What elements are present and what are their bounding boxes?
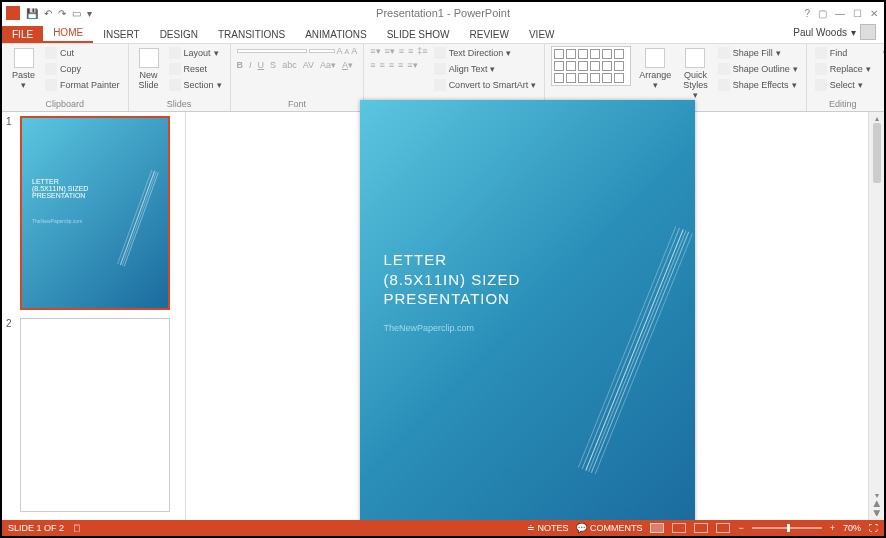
shape-fill-button[interactable]: Shape Fill▾	[716, 46, 800, 60]
convert-smartart-button[interactable]: Convert to SmartArt▾	[432, 78, 539, 92]
spell-check-icon[interactable]: ⎕	[74, 523, 79, 533]
italic-button[interactable]: I	[249, 60, 252, 70]
arrange-button[interactable]: Arrange▾	[635, 46, 675, 92]
underline-button[interactable]: U	[258, 60, 265, 70]
tab-review[interactable]: REVIEW	[459, 26, 518, 43]
tab-home[interactable]: HOME	[43, 24, 93, 43]
prev-slide-icon[interactable]: ⯅	[873, 500, 881, 509]
redo-icon[interactable]: ↷	[58, 8, 66, 19]
close-icon[interactable]: ✕	[870, 8, 878, 19]
reset-button[interactable]: Reset	[167, 62, 224, 76]
maximize-icon[interactable]: ☐	[853, 8, 862, 19]
tab-view[interactable]: VIEW	[519, 26, 565, 43]
columns-button[interactable]: ≡▾	[407, 60, 417, 70]
layout-button[interactable]: Layout▾	[167, 46, 224, 60]
increase-indent-button[interactable]: ≡	[408, 46, 413, 56]
replace-icon	[815, 63, 827, 75]
align-text-button[interactable]: Align Text▾	[432, 62, 539, 76]
scroll-up-icon[interactable]: ▴	[875, 114, 879, 123]
group-label: Font	[237, 99, 358, 109]
brush-icon	[45, 79, 57, 91]
slide-counter[interactable]: SLIDE 1 OF 2	[8, 523, 64, 533]
save-icon[interactable]: 💾	[26, 8, 38, 19]
shapes-gallery[interactable]	[551, 46, 631, 86]
clear-formatting-icon[interactable]: A	[351, 46, 357, 56]
tab-insert[interactable]: INSERT	[93, 26, 150, 43]
cursor-icon	[815, 79, 827, 91]
tab-file[interactable]: FILE	[2, 26, 43, 43]
justify-button[interactable]: ≡	[398, 60, 403, 70]
font-family-combo[interactable]	[237, 49, 307, 53]
paste-button[interactable]: Paste ▾	[8, 46, 39, 92]
copy-icon	[45, 63, 57, 75]
slide-sorter-button[interactable]	[672, 523, 686, 533]
minimize-icon[interactable]: —	[835, 8, 845, 19]
copy-button[interactable]: Copy	[43, 62, 122, 76]
tab-transitions[interactable]: TRANSITIONS	[208, 26, 295, 43]
shape-effects-button[interactable]: Shape Effects▾	[716, 78, 800, 92]
find-button[interactable]: Find	[813, 46, 873, 60]
normal-view-button[interactable]	[650, 523, 664, 533]
undo-icon[interactable]: ↶	[44, 8, 52, 19]
tab-design[interactable]: DESIGN	[150, 26, 208, 43]
zoom-slider[interactable]	[752, 527, 822, 529]
align-center-button[interactable]: ≡	[380, 60, 385, 70]
help-icon[interactable]: ?	[804, 8, 810, 19]
scroll-down-icon[interactable]: ▾	[875, 491, 879, 500]
numbering-button[interactable]: ≡▾	[385, 46, 395, 56]
slide-subtitle[interactable]: TheNewPaperclip.com	[384, 323, 475, 333]
fit-to-window-button[interactable]: ⛶	[869, 523, 878, 533]
shape-outline-button[interactable]: Shape Outline▾	[716, 62, 800, 76]
bullets-button[interactable]: ≡▾	[370, 46, 380, 56]
zoom-in-button[interactable]: +	[830, 523, 835, 533]
thumbnail-number: 1	[6, 116, 16, 310]
reading-view-button[interactable]	[694, 523, 708, 533]
quick-styles-button[interactable]: Quick Styles▾	[679, 46, 712, 102]
new-slide-button[interactable]: New Slide	[135, 46, 163, 92]
tab-animations[interactable]: ANIMATIONS	[295, 26, 376, 43]
shadow-button[interactable]: abc	[282, 60, 297, 70]
zoom-level[interactable]: 70%	[843, 523, 861, 533]
next-slide-icon[interactable]: ⯆	[873, 509, 881, 518]
slideshow-view-button[interactable]	[716, 523, 730, 533]
thumb-title: LETTER (8.5X11IN) SIZED PRESENTATION	[32, 178, 88, 199]
collapse-ribbon-icon[interactable]: ^	[879, 44, 886, 111]
workspace: 1 LETTER (8.5X11IN) SIZED PRESENTATION T…	[2, 112, 884, 520]
strikethrough-button[interactable]: S	[270, 60, 276, 70]
cut-button[interactable]: Cut	[43, 46, 122, 60]
ribbon-display-icon[interactable]: ▢	[818, 8, 827, 19]
tab-slideshow[interactable]: SLIDE SHOW	[377, 26, 460, 43]
format-painter-button[interactable]: Format Painter	[43, 78, 122, 92]
grow-font-icon[interactable]: A	[337, 46, 343, 56]
comments-button[interactable]: 💬 COMMENTS	[576, 523, 642, 533]
notes-button[interactable]: ≐ NOTES	[527, 523, 569, 533]
thumbnail-1[interactable]: 1 LETTER (8.5X11IN) SIZED PRESENTATION T…	[6, 116, 181, 310]
select-button[interactable]: Select▾	[813, 78, 873, 92]
replace-button[interactable]: Replace▾	[813, 62, 873, 76]
slide-title[interactable]: LETTER (8.5X11IN) SIZED PRESENTATION	[384, 250, 521, 309]
font-color-button[interactable]: Aa▾	[320, 60, 336, 70]
char-spacing-button[interactable]: AV	[303, 60, 314, 70]
align-left-button[interactable]: ≡	[370, 60, 375, 70]
text-direction-icon	[434, 47, 446, 59]
text-direction-button[interactable]: Text Direction▾	[432, 46, 539, 60]
vertical-scrollbar[interactable]: ▴ ▾ ⯅ ⯆	[868, 112, 884, 520]
user-account[interactable]: Paul Woods ▾	[785, 21, 884, 43]
thumbnail-2[interactable]: 2	[6, 318, 181, 512]
scroll-thumb[interactable]	[873, 123, 881, 183]
group-clipboard: Paste ▾ Cut Copy Format Painter Clipboar…	[2, 44, 129, 111]
highlight-button[interactable]: A▾	[342, 60, 353, 70]
bold-button[interactable]: B	[237, 60, 244, 70]
quick-styles-icon	[685, 48, 705, 68]
section-button[interactable]: Section▾	[167, 78, 224, 92]
line-spacing-button[interactable]: ‡≡	[417, 46, 427, 56]
zoom-out-button[interactable]: −	[738, 523, 743, 533]
font-size-combo[interactable]	[309, 49, 335, 53]
slide-editor[interactable]: LETTER (8.5X11IN) SIZED PRESENTATION The…	[186, 112, 868, 520]
align-right-button[interactable]: ≡	[389, 60, 394, 70]
qat-dropdown-icon[interactable]: ▾	[87, 8, 92, 19]
shrink-font-icon[interactable]: A	[345, 48, 350, 55]
start-from-beginning-icon[interactable]: ▭	[72, 8, 81, 19]
current-slide[interactable]: LETTER (8.5X11IN) SIZED PRESENTATION The…	[360, 100, 695, 532]
decrease-indent-button[interactable]: ≡	[399, 46, 404, 56]
